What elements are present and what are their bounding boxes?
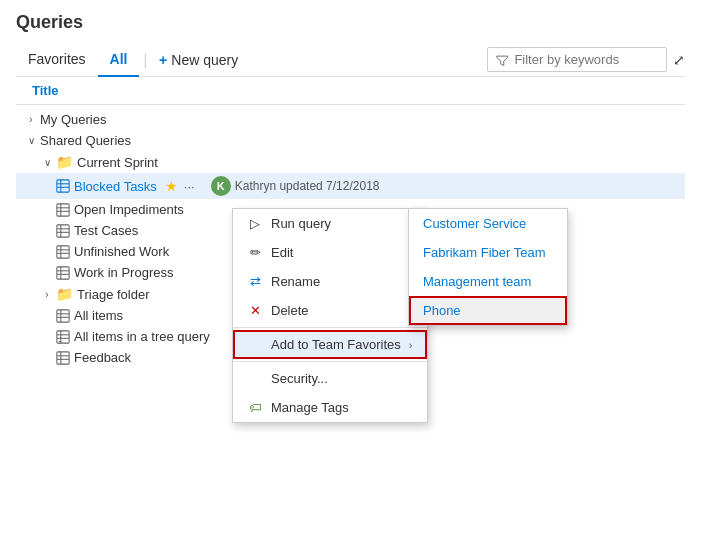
shared-queries-label: Shared Queries (40, 133, 131, 148)
menu-divider-1 (233, 327, 427, 328)
tab-bar: Favorites All | + New query ⤢ (16, 43, 685, 77)
context-menu: ▷ Run query ✏ Edit ⇄ Rename ✕ Delete Add… (232, 208, 428, 423)
query-tree-icon (56, 330, 70, 344)
filter-icon (496, 53, 508, 67)
chevron-right-icon: › (24, 113, 38, 127)
folder-icon: 📁 (56, 154, 73, 170)
star-icon[interactable]: ★ (165, 178, 178, 194)
unfinished-work-label: Unfinished Work (74, 244, 169, 259)
svg-rect-12 (57, 245, 69, 257)
menu-manage-tags[interactable]: 🏷 Manage Tags (233, 393, 427, 422)
open-impediments-label: Open Impediments (74, 202, 184, 217)
query-icon-4 (56, 245, 70, 259)
edit-label: Edit (271, 245, 293, 260)
query-icon-5 (56, 266, 70, 280)
tree-item-current-sprint[interactable]: ∨ 📁 Current Sprint (16, 151, 685, 173)
submenu-phone[interactable]: Phone (409, 296, 567, 325)
filter-area: ⤢ (487, 47, 685, 72)
svg-rect-0 (57, 180, 69, 192)
manage-tags-label: Manage Tags (271, 400, 349, 415)
rename-icon: ⇄ (247, 274, 263, 289)
query-icon-3 (56, 224, 70, 238)
filter-input-container (487, 47, 667, 72)
add-team-label: Add to Team Favorites (271, 337, 401, 352)
tags-icon: 🏷 (247, 400, 263, 415)
avatar-area: K Kathryn updated 7/12/2018 (211, 176, 380, 196)
menu-add-to-team[interactable]: Add to Team Favorites › (233, 330, 427, 359)
all-items-tree-label: All items in a tree query (74, 329, 210, 344)
svg-rect-20 (57, 309, 69, 321)
menu-edit[interactable]: ✏ Edit (233, 238, 427, 267)
query-icon-2 (56, 203, 70, 217)
tree-item-shared-queries[interactable]: ∨ Shared Queries (16, 130, 685, 151)
svg-rect-16 (57, 266, 69, 278)
query-grid-icon (56, 179, 70, 193)
expand-button[interactable]: ⤢ (673, 52, 685, 68)
filter-keyword-input[interactable] (514, 52, 658, 67)
svg-rect-8 (57, 224, 69, 236)
customer-service-label: Customer Service (423, 216, 526, 231)
submenu-management[interactable]: Management team (409, 267, 567, 296)
chevron-right-icon-2: › (40, 287, 54, 301)
security-label: Security... (271, 371, 328, 386)
tab-all[interactable]: All (98, 43, 140, 77)
phone-label: Phone (423, 303, 461, 318)
all-items-label: All items (74, 308, 123, 323)
delete-icon: ✕ (247, 303, 263, 318)
run-query-label: Run query (271, 216, 331, 231)
menu-divider-2 (233, 361, 427, 362)
folder-icon-2: 📁 (56, 286, 73, 302)
avatar: K (211, 176, 231, 196)
submenu-fabrikam[interactable]: Fabrikam Fiber Team (409, 238, 567, 267)
delete-label: Delete (271, 303, 309, 318)
plus-icon: + (159, 52, 167, 68)
management-label: Management team (423, 274, 531, 289)
menu-security[interactable]: Security... (233, 364, 427, 393)
menu-delete[interactable]: ✕ Delete (233, 296, 427, 325)
tree-item-my-queries[interactable]: › My Queries (16, 109, 685, 130)
menu-rename[interactable]: ⇄ Rename (233, 267, 427, 296)
test-cases-label: Test Cases (74, 223, 138, 238)
chevron-down-icon-2: ∨ (40, 155, 54, 169)
tab-favorites[interactable]: Favorites (16, 43, 98, 77)
page-title: Queries (16, 12, 685, 33)
submenu-customer-service[interactable]: Customer Service (409, 209, 567, 238)
my-queries-label: My Queries (40, 112, 106, 127)
menu-run-query[interactable]: ▷ Run query (233, 209, 427, 238)
rename-label: Rename (271, 274, 320, 289)
work-in-progress-label: Work in Progress (74, 265, 173, 280)
query-icon-6 (56, 309, 70, 323)
submenu: Customer Service Fabrikam Fiber Team Man… (408, 208, 568, 326)
submenu-arrow-icon: › (409, 339, 413, 351)
more-options-icon[interactable]: ··· (184, 179, 195, 194)
blocked-tasks-label[interactable]: Blocked Tasks (74, 179, 157, 194)
updated-text: Kathryn updated 7/12/2018 (235, 179, 380, 193)
fabrikam-label: Fabrikam Fiber Team (423, 245, 546, 260)
new-query-button[interactable]: + New query (151, 44, 246, 76)
current-sprint-label: Current Sprint (77, 155, 158, 170)
edit-icon: ✏ (247, 245, 263, 260)
triage-folder-label: Triage folder (77, 287, 150, 302)
feedback-label: Feedback (74, 350, 131, 365)
tree-item-blocked-tasks[interactable]: Blocked Tasks ★ ··· K Kathryn updated 7/… (16, 173, 685, 199)
tab-divider: | (143, 52, 147, 68)
run-query-icon: ▷ (247, 216, 263, 231)
page-container: Queries Favorites All | + New query ⤢ Ti… (0, 0, 701, 380)
query-icon-7 (56, 351, 70, 365)
chevron-down-icon: ∨ (24, 134, 38, 148)
svg-rect-29 (57, 351, 69, 363)
svg-rect-4 (57, 203, 69, 215)
column-header-title: Title (16, 77, 685, 105)
